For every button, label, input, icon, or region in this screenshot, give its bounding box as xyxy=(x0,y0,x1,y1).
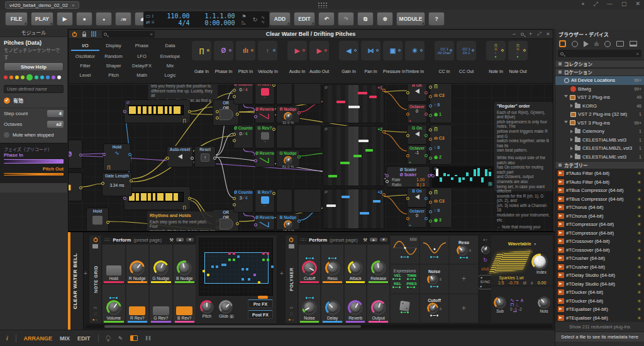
color-dot[interactable] xyxy=(52,75,55,79)
palette-module-audio-in[interactable]: ▶Audio In xyxy=(287,41,307,74)
palette-module-pitch-in[interactable]: ılıPitch In xyxy=(236,41,255,74)
step-count-value[interactable]: 4 xyxy=(47,110,64,117)
favorite-star-icon[interactable]: ★ xyxy=(637,213,641,219)
perform-cell-output[interactable]: Output xyxy=(367,284,390,323)
device-power-icon[interactable] xyxy=(93,237,98,242)
category-logic[interactable]: Logic xyxy=(156,72,184,79)
zoom-reset-icon[interactable] xyxy=(521,33,524,36)
favorite-star-icon[interactable]: ★ xyxy=(637,187,641,193)
delete-button[interactable]: ⊗ xyxy=(377,12,393,26)
patch-module-r-rev-[interactable]: R Rev?← xyxy=(255,84,275,104)
wavetable-display[interactable]: ★ 1 xyxy=(491,249,531,276)
post-fx-button[interactable]: Post FX xyxy=(248,310,273,319)
port[interactable] xyxy=(431,174,435,177)
help-button[interactable]: ? xyxy=(428,12,445,26)
port[interactable] xyxy=(429,114,432,117)
device-remote-icon[interactable]: ▭ xyxy=(290,305,294,310)
perform-cell-g-nudge[interactable]: G Nudge xyxy=(149,244,173,284)
patch-module-steps[interactable]: Ø↔⇅ xyxy=(432,166,494,187)
port[interactable] xyxy=(406,217,409,220)
port[interactable] xyxy=(425,113,428,116)
wavetable-name[interactable]: Sparkles 1.wt xyxy=(491,276,531,280)
play-button[interactable]: ▶ xyxy=(57,12,73,26)
port[interactable] xyxy=(406,134,409,137)
module-menu-button[interactable]: MODULE xyxy=(396,12,425,26)
glide-knob[interactable]: Glide L xyxy=(219,300,234,318)
mod-cell-expressions[interactable]: Expressions VELTIMBRELPRES xyxy=(390,264,419,293)
patch-module-merge[interactable] xyxy=(294,189,321,213)
port[interactable] xyxy=(79,186,82,189)
patch-module-swap[interactable] xyxy=(276,125,292,148)
location-row-all-device-locations[interactable]: All Device Locations99+ xyxy=(555,76,644,85)
plugin-row[interactable]: #TDucker (64-bit)★ xyxy=(555,288,644,297)
location-row-vst-2-plug-ins-32-bit-[interactable]: VST 2 Plug-ins (32 bit)1 xyxy=(555,110,644,119)
port[interactable] xyxy=(425,197,428,200)
palette-module-gain-in[interactable]: ◀Gain In xyxy=(339,41,358,74)
window-minimize-icon[interactable]: — xyxy=(607,1,613,8)
patch-comment[interactable]: Rhythms and HoldsEach step goes to the n… xyxy=(147,211,219,231)
favorite-star-icon[interactable]: ★ xyxy=(637,272,641,278)
page-down-button[interactable]: ▼ xyxy=(186,238,194,242)
wavetable-dropdown[interactable]: Wavetable ▾ xyxy=(491,235,553,248)
favorite-star-icon[interactable]: ★ xyxy=(637,264,641,270)
category-phase[interactable]: Phase xyxy=(128,43,156,51)
port[interactable] xyxy=(254,223,257,226)
patch-module--counter[interactable]: Ø Counter3 ∕ 4 xyxy=(233,189,253,213)
port[interactable] xyxy=(130,179,133,182)
patch-module-mini[interactable]: ▮ xyxy=(69,172,82,201)
drag-handle-icon[interactable]: ∷∷ xyxy=(104,237,111,243)
palette-module-note-in[interactable]: ∏ılı↑●Note In xyxy=(486,41,506,74)
perform-cell-b-nudge[interactable]: B Nudge xyxy=(173,244,197,284)
device-preset-icon[interactable] xyxy=(289,244,294,248)
port[interactable] xyxy=(191,157,194,160)
favorite-star-icon[interactable]: ★ xyxy=(637,238,641,244)
pre-fx-button[interactable]: Pre FX xyxy=(248,299,273,308)
patch-module-r-on[interactable]: R On xyxy=(407,84,427,102)
palette-module-pan-in[interactable]: ⋈Pan In xyxy=(361,41,380,74)
patch-module-seq[interactable]: Ø∏ xyxy=(124,99,191,123)
browser-presets-icon[interactable] xyxy=(572,41,578,47)
patch-wire[interactable] xyxy=(191,107,213,111)
port[interactable] xyxy=(382,89,386,92)
plugin-row[interactable]: #TDelay Studio (64-bit)★ xyxy=(555,271,644,280)
io-routing-icon[interactable]: ⧬ xyxy=(106,335,111,342)
mute-when-stopped-toggle[interactable]: Mute when stopped xyxy=(0,130,67,140)
color-dot[interactable] xyxy=(4,75,8,79)
port[interactable] xyxy=(106,221,109,224)
patch-module-b-rev-[interactable]: B Rev?← xyxy=(255,189,275,213)
patch-module-disp[interactable]: Ø+1 xyxy=(323,84,384,123)
port[interactable] xyxy=(406,154,409,157)
device-expand-icon[interactable]: ∷ xyxy=(94,311,97,316)
mod-cell-env[interactable] xyxy=(419,235,449,264)
port[interactable] xyxy=(429,147,432,150)
patch-wire[interactable] xyxy=(384,196,407,214)
duplicate-button[interactable]: ⧉ xyxy=(357,12,374,26)
patch-module-hold[interactable]: Hold∿∏ xyxy=(103,143,131,171)
port[interactable] xyxy=(425,91,428,94)
device-expand-icon[interactable]: ∷ xyxy=(290,311,292,316)
redo-button[interactable]: ↷ xyxy=(338,12,354,26)
plugin-row[interactable]: #TAuto Filter (64-bit)★ xyxy=(555,169,644,178)
port[interactable] xyxy=(128,153,131,156)
port[interactable] xyxy=(233,139,236,142)
favorite-star-icon[interactable]: ★ xyxy=(637,221,641,227)
perform-cell-reso[interactable]: Reso xyxy=(321,244,344,284)
port[interactable] xyxy=(429,95,432,98)
patch-module-b-nudge[interactable]: B Nudge-16.0 % xyxy=(276,214,300,230)
perform-cell-reverb[interactable]: Reverb xyxy=(344,284,367,323)
disclosure-closed-icon[interactable] xyxy=(570,147,573,150)
track-header[interactable]: CLEAR WATER BELL xyxy=(68,232,84,330)
collections-section[interactable]: コレクション xyxy=(555,60,644,68)
favorite-star-icon[interactable]: ★ xyxy=(637,196,641,202)
port[interactable] xyxy=(425,217,428,220)
color-dot[interactable] xyxy=(21,75,25,79)
browser-devices-icon[interactable] xyxy=(559,40,566,47)
patch-wire[interactable] xyxy=(243,211,255,220)
transport-mode-icons[interactable]: ▭ I⇄ ≡ xyxy=(145,12,156,27)
wrench-icon[interactable]: ⚒ xyxy=(169,237,174,243)
patch-wire[interactable] xyxy=(243,103,255,112)
port[interactable] xyxy=(429,128,432,131)
position-display[interactable]: 1.1.1.000:00.000 xyxy=(195,12,239,27)
locations-section[interactable]: ロケーション xyxy=(555,68,644,76)
mix-tab[interactable]: MIX xyxy=(60,335,70,342)
